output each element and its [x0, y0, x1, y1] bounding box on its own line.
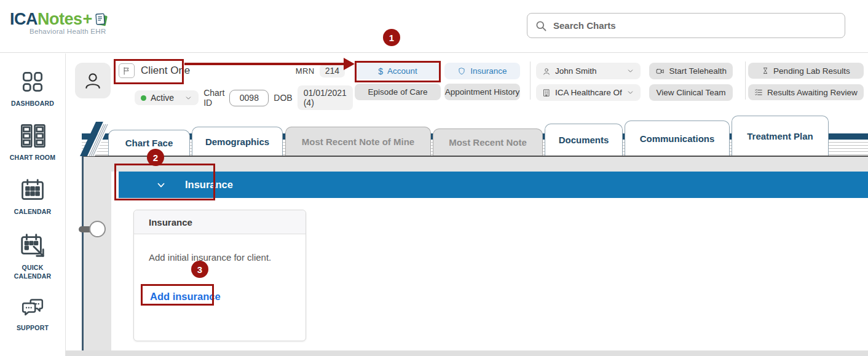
results-awaiting-review-button[interactable]: Results Awaiting Review [748, 84, 864, 100]
chevron-down-icon [184, 94, 192, 102]
sidebar-item-label: SUPPORT [17, 323, 49, 332]
annotation-step-1-badge: 1 [383, 29, 400, 46]
sidebar-item-label: CALENDAR [14, 207, 52, 216]
icanotes-app: ICANotes+ Behavioral Health EHR [0, 0, 868, 356]
top-header: ICANotes+ Behavioral Health EHR [0, 0, 868, 53]
banner-divider [530, 61, 531, 100]
shield-icon [457, 67, 466, 76]
dashboard-grid-icon [19, 68, 46, 95]
start-telehealth-button[interactable]: Start Telehealth [649, 63, 733, 79]
office-select[interactable]: ICA Healthcare Offi [536, 84, 641, 101]
status-select[interactable]: Active [135, 90, 199, 105]
calendar-arrow-icon [18, 231, 47, 259]
tab-documents[interactable]: Documents [545, 124, 623, 156]
sidebar-item-dashboard[interactable]: DASHBOARD [11, 68, 54, 108]
search-charts-box [527, 13, 845, 38]
search-input[interactable] [553, 20, 837, 31]
panel-collapse-handle[interactable] [89, 221, 106, 237]
logo-plus: + [83, 10, 92, 29]
mrn-label: MRN [296, 66, 315, 76]
status-value: Active [151, 93, 174, 103]
episode-of-care-button[interactable]: Episode of Care [355, 84, 441, 100]
insurance-empty-message: Add initial insurance for client. [149, 252, 306, 263]
active-status-dot [141, 95, 146, 101]
provider-office-group: John Smith Start Telehealth ICA Healthca… [536, 63, 733, 101]
logo-tagline: Behavioral Health EHR [30, 28, 109, 35]
panel-left-margin [84, 157, 111, 350]
lab-results-group: Pending Lab Results Results Awaiting Rev… [748, 63, 864, 100]
sidebar-item-label: QUICK CALENDAR [4, 263, 61, 280]
file-cabinets-icon [18, 122, 47, 149]
chevron-down-icon [626, 89, 634, 97]
dob-value: 01/01/2021 (4) [298, 85, 353, 110]
tab-most-recent-note-of-mine: Most Recent Note of Mine [285, 127, 431, 156]
tab-treatment-plan[interactable]: Treatment Plan [732, 116, 829, 156]
chart-id-input[interactable] [229, 90, 269, 106]
provider-select[interactable]: John Smith [536, 63, 641, 79]
sidebar-item-quick-calendar[interactable]: QUICK CALENDAR [4, 231, 61, 280]
dob-label: DOB [274, 93, 292, 103]
logo-document-icon [92, 11, 109, 28]
annotation-box-client-one [114, 59, 184, 84]
insurance-section-header[interactable]: Insurance [119, 172, 868, 198]
insurance-card-title: Insurance [134, 210, 306, 234]
chevron-down-icon [626, 67, 634, 75]
logo-text-notes: Notes [37, 10, 82, 29]
pending-lab-results-button[interactable]: Pending Lab Results [748, 63, 864, 79]
binder-corner-icon [80, 122, 112, 156]
tab-communications[interactable]: Communications [625, 121, 730, 156]
checklist-icon [754, 88, 763, 97]
building-icon [542, 89, 551, 97]
annotation-arrow [184, 63, 344, 65]
calendar-icon [19, 176, 46, 204]
sidebar-item-calendar[interactable]: CALENDAR [14, 176, 52, 216]
left-sidebar: DASHBOARD CHART ROOM CALENDAR [0, 53, 66, 356]
tab-most-recent-note: Most Recent Note [433, 129, 543, 156]
annotation-box-add-insurance [141, 284, 214, 306]
mrn-value: 214 [320, 64, 345, 77]
sidebar-item-chart-room[interactable]: CHART ROOM [10, 122, 55, 162]
icanotes-logo: ICANotes+ Behavioral Health EHR [10, 10, 109, 35]
chart-id-label: Chart ID [203, 88, 224, 108]
view-clinical-team-button[interactable]: View Clinical Team [649, 84, 733, 101]
sidebar-item-label: DASHBOARD [11, 99, 54, 108]
page-bottom-strip [66, 350, 868, 356]
banner-divider [745, 61, 746, 100]
patient-avatar [75, 63, 111, 98]
annotation-box-account [355, 61, 441, 82]
tab-demographics[interactable]: Demographics [192, 127, 283, 156]
search-icon [535, 20, 547, 32]
person-icon [82, 70, 103, 91]
sidebar-item-label: CHART ROOM [10, 153, 55, 162]
logo-text-ica: ICA [10, 10, 37, 29]
video-camera-icon [655, 67, 665, 76]
insurance-button[interactable]: Insurance [444, 63, 520, 79]
person-icon [542, 67, 551, 76]
hourglass-icon [762, 66, 769, 75]
annotation-box-insurance-section [114, 164, 215, 200]
chat-bubbles-icon [20, 295, 45, 320]
appointment-history-button[interactable]: Appointment History [444, 84, 520, 100]
insurance-card: Insurance Add initial insurance for clie… [133, 210, 306, 341]
sidebar-item-support[interactable]: SUPPORT [17, 295, 49, 332]
annotation-step-3-badge: 3 [191, 261, 208, 278]
